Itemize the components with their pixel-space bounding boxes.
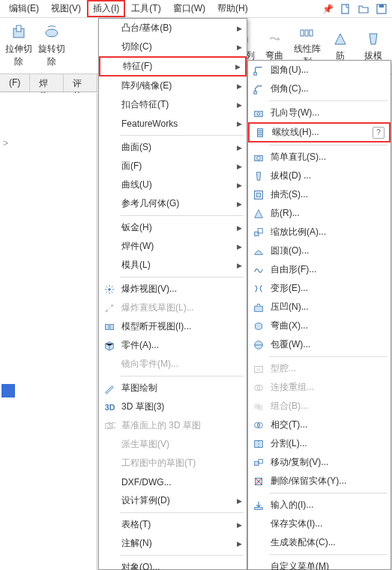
menu-item-label: 分割(L)... (266, 437, 386, 450)
blank-icon (102, 475, 117, 490)
insert-menu-item-20[interactable]: 镜向零件(M)... (99, 355, 247, 374)
insert-menu-item-0[interactable]: 凸台/基体(B)▶ (99, 19, 247, 38)
feature-submenu-item-15[interactable]: 弯曲(X)... (248, 316, 391, 335)
feature-submenu-item-4[interactable]: 螺纹线(H)...? (248, 122, 391, 142)
svg-point-20 (257, 112, 260, 116)
menu-item-label: 基准面上的 3D 草图 (117, 419, 242, 432)
menu-item-label: 零件(A)... (117, 339, 242, 352)
insert-menu-item-5[interactable]: FeatureWorks▶ (99, 114, 247, 133)
chevron-right-icon: ▶ (234, 163, 242, 170)
insert-menu-item-4[interactable]: 扣合特征(T)▶ (99, 95, 247, 114)
menu-item-label: 圆角(U)... (266, 64, 386, 76)
insert-menu-item-1[interactable]: 切除(C)▶ (99, 38, 247, 56)
menu-item-label: 草图绘制 (117, 382, 242, 394)
insert-menu: 凸台/基体(B)▶切除(C)▶特征(F)▶阵列/镜像(E)▶扣合特征(T)▶Fe… (98, 18, 247, 570)
menu-insert[interactable]: 插入(I) (87, 0, 125, 17)
insert-menu-item-9[interactable]: 曲线(U)▶ (99, 176, 247, 194)
insert-menu-item-18[interactable]: 模型断开视图(I)... (99, 317, 247, 336)
feature-submenu-item-3[interactable]: 孔向导(W)... (248, 104, 391, 122)
insert-menu-item-19[interactable]: 零件(A)... (99, 336, 247, 355)
insert-menu-item-2[interactable]: 特征(F)▶ (99, 56, 247, 76)
feature-submenu-item-1[interactable]: 倒角(C)... (248, 80, 391, 98)
feature-submenu-item-13[interactable]: 变形(E)... (248, 279, 391, 298)
svg-rect-18 (254, 91, 257, 94)
feature-submenu-item-28[interactable]: 生成装配体(C)... (248, 533, 391, 552)
insert-menu-item-25[interactable]: 派生草图(V) (99, 435, 247, 454)
chevron-right-icon: ▶ (234, 200, 242, 208)
insert-menu-item-12[interactable]: 钣金(H)▶ (99, 218, 247, 237)
chevron-right-icon: ▶ (234, 540, 242, 548)
insert-menu-item-7[interactable]: 曲面(S)▶ (99, 138, 247, 157)
insert-menu-item-23[interactable]: 3D3D 草图(3) (99, 398, 247, 416)
menu-item-label: 输入的(I)... (266, 499, 386, 512)
feature-submenu-item-11[interactable]: 圆顶(O)... (248, 242, 391, 260)
menu-item-label: 孔向导(W)... (266, 106, 386, 119)
menu-item-label: 模型断开视图(I)... (117, 320, 242, 333)
ribbon-revolve-cut[interactable]: 旋转切 除 (36, 21, 67, 70)
tab-f[interactable]: (F) (0, 74, 30, 92)
tab-evaluate[interactable]: 评估 (64, 74, 97, 92)
menu-view[interactable]: 视图(V) (45, 0, 87, 17)
insert-menu-item-30[interactable]: 表格(T)▶ (99, 515, 247, 534)
pin-icon[interactable]: 📌 (320, 2, 335, 16)
sketch3d-plane-icon: 3D (102, 418, 117, 434)
menu-tools[interactable]: 工具(T) (125, 0, 166, 17)
feature-submenu-item-18[interactable]: 型腔... (248, 359, 391, 378)
feature-submenu-item-8[interactable]: 抽壳(S)... (248, 185, 391, 204)
feature-submenu-item-7[interactable]: 拔模(D) ... (248, 166, 391, 185)
insert-menu-item-17[interactable]: 爆炸直线草图(L)... (99, 298, 247, 317)
open-file-icon[interactable] (356, 2, 371, 16)
menu-item-label: 钣金(H) (117, 221, 234, 234)
insert-menu-item-27[interactable]: DXF/DWG... (99, 472, 247, 491)
menu-item-label: 镜向零件(M)... (117, 358, 242, 370)
insert-menu-item-31[interactable]: 注解(N)▶ (99, 534, 247, 553)
feature-submenu-item-20[interactable]: 组合(B)... (248, 397, 391, 416)
menu-item-label: 工程图中的草图(T) (117, 457, 242, 470)
feature-submenu-item-16[interactable]: 包覆(W)... (248, 335, 391, 354)
menu-item-label: 焊件(W) (117, 240, 234, 253)
menu-edit[interactable]: 编辑(E) (3, 0, 45, 17)
menu-window[interactable]: 窗口(W) (167, 0, 211, 17)
feature-submenu-item-19[interactable]: 连接重组... (248, 378, 391, 397)
new-file-icon[interactable] (338, 2, 353, 16)
menu-item-label: 倒角(C)... (266, 82, 386, 95)
feature-submenu-item-9[interactable]: 筋(R)... (248, 204, 391, 223)
insert-menu-item-22[interactable]: 草图绘制 (99, 379, 247, 398)
feature-submenu: 圆角(U)...倒角(C)...孔向导(W)...螺纹线(H)...?简单直孔(… (247, 60, 391, 570)
blank-icon (251, 536, 266, 550)
feature-submenu-item-26[interactable]: 输入的(I)... (248, 496, 391, 514)
insert-menu-item-24[interactable]: 3D基准面上的 3D 草图 (99, 416, 247, 435)
menu-item-label: 生成装配体(C)... (266, 536, 386, 549)
feature-submenu-item-23[interactable]: 移动/复制(V)... (248, 453, 391, 472)
blank-icon (102, 159, 117, 174)
menu-item-label: 相交(T)... (266, 418, 386, 431)
insert-menu-item-8[interactable]: 面(F)▶ (99, 157, 247, 176)
feature-submenu-item-22[interactable]: 分割(L)... (248, 434, 391, 453)
feature-submenu-item-12[interactable]: 自由形(F)... (248, 260, 391, 279)
menu-help[interactable]: 帮助(H) (211, 0, 254, 17)
feature-submenu-item-21[interactable]: 相交(T)... (248, 416, 391, 434)
insert-menu-item-16[interactable]: 爆炸视图(V)... (99, 280, 247, 298)
feature-submenu-item-27[interactable]: 保存实体(I)... (248, 514, 391, 533)
help-badge-icon[interactable]: ? (373, 127, 385, 139)
insert-menu-item-28[interactable]: 设计算例(D)▶ (99, 491, 247, 510)
feature-submenu-item-14[interactable]: 压凹(N)... (248, 298, 391, 316)
save-icon[interactable] (374, 2, 389, 16)
insert-menu-item-10[interactable]: 参考几何体(G)▶ (99, 194, 247, 213)
tab-weldment[interactable]: 焊件 (30, 74, 64, 92)
insert-menu-item-13[interactable]: 焊件(W)▶ (99, 237, 247, 256)
blank-icon (102, 494, 117, 508)
insert-menu-item-14[interactable]: 模具(L)▶ (99, 256, 247, 274)
feature-submenu-item-30[interactable]: 自定义菜单(M) (248, 557, 391, 570)
insert-menu-item-3[interactable]: 阵列/镜像(E)▶ (99, 76, 247, 95)
ribbon-extrude-cut[interactable]: 拉伸切 除 (3, 21, 34, 70)
feature-submenu-item-10[interactable]: 缩放比例(A)... (248, 223, 391, 242)
feature-submenu-item-0[interactable]: 圆角(U)... (248, 61, 391, 80)
menu-item-label: 切除(C) (117, 40, 234, 53)
menu-item-label: 简单直孔(S)... (266, 151, 386, 164)
insert-menu-item-26[interactable]: 工程图中的草图(T) (99, 454, 247, 472)
feature-submenu-item-24[interactable]: 删除/保留实体(Y)... (248, 472, 391, 490)
insert-menu-item-33[interactable]: 对象(O)... (99, 558, 247, 570)
svg-text:3D: 3D (105, 402, 115, 411)
feature-submenu-item-6[interactable]: 简单直孔(S)... (248, 148, 391, 166)
